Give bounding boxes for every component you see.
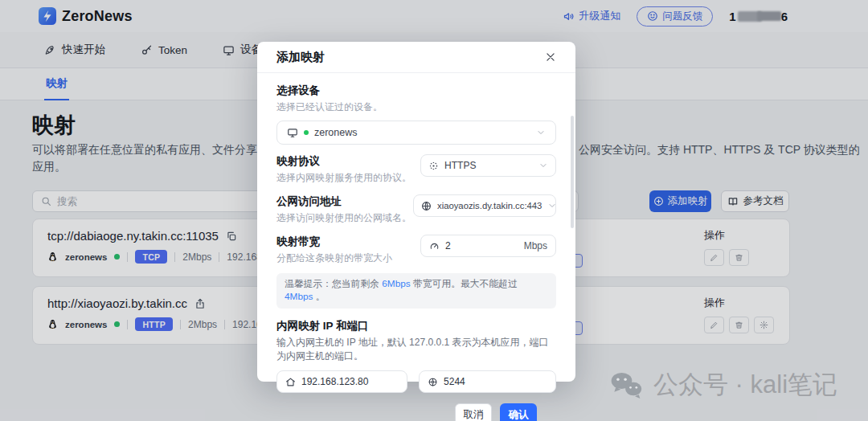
- monitor-icon: [287, 127, 298, 138]
- port-wheel-icon: [428, 377, 438, 387]
- home-icon: [285, 377, 296, 387]
- intranet-ip-input[interactable]: 192.168.123.80: [276, 370, 407, 393]
- protocol-help: 选择内网映射服务使用的协议。: [276, 171, 420, 185]
- bandwidth-input[interactable]: 2 Mbps: [420, 235, 556, 257]
- app-root: ZeroNews 升级通知 问题反馈 1 6 快速开始: [0, 0, 868, 421]
- modal-scrollbar[interactable]: [571, 116, 574, 228]
- chevron-down-icon: [547, 201, 557, 210]
- device-select[interactable]: zeronews: [276, 121, 556, 145]
- wechat-icon: [608, 370, 644, 400]
- bandwidth-hint: 温馨提示：您当前剩余 6Mbps 带宽可用。最大不能超过 4Mbps 。: [276, 273, 556, 309]
- hint-text: 温馨提示：您当前剩余: [285, 278, 382, 289]
- gauge-icon: [429, 241, 440, 251]
- intranet-help: 输入内网主机的 IP 地址，默认 127.0.0.1 表示为本机应用，端口为内网…: [276, 336, 556, 363]
- domain-help: 选择访问映射使用的公网域名。: [276, 211, 413, 225]
- confirm-button[interactable]: 确认: [500, 403, 537, 421]
- intranet-field: 内网映射 IP 和端口 输入内网主机的 IP 地址，默认 127.0.0.1 表…: [276, 319, 556, 393]
- bandwidth-input-value: 2: [445, 240, 451, 251]
- protocol-select-value: HTTPS: [444, 160, 476, 171]
- bandwidth-help: 分配给这条映射的带宽大小: [276, 251, 420, 265]
- close-button[interactable]: [545, 51, 556, 63]
- hint-text: 。: [313, 291, 325, 302]
- add-mapping-modal: 添加映射 选择设备 选择已经认证过的设备。 zeronews 映射协议 选择: [257, 42, 575, 382]
- modal-title: 添加映射: [276, 50, 325, 65]
- device-label: 选择设备: [276, 84, 556, 98]
- intranet-port-input[interactable]: 5244: [419, 370, 556, 393]
- device-select-value: zeronews: [314, 127, 358, 138]
- chevron-down-icon: [538, 161, 548, 170]
- globe-icon: [421, 201, 432, 211]
- watermark-text: 公众号 · kali笔记: [653, 368, 837, 402]
- watermark: 公众号 · kali笔记: [608, 368, 837, 402]
- intranet-port-value: 5244: [444, 376, 465, 387]
- device-field: 选择设备 选择已经认证过的设备。 zeronews: [276, 84, 556, 145]
- intranet-ip-value: 192.168.123.80: [301, 376, 368, 387]
- modal-footer: 取消 确认: [276, 393, 556, 421]
- hint-max-value: 4Mbps: [285, 291, 313, 302]
- domain-label: 公网访问地址: [276, 194, 413, 209]
- chevron-down-icon: [536, 128, 546, 137]
- hint-remaining-value: 6Mbps: [382, 278, 410, 289]
- domain-select[interactable]: xiaoyaozis.dy.takin.cc:443: [413, 194, 556, 217]
- hint-text: 带宽可用。最大不能超过: [411, 278, 518, 289]
- modal-header: 添加映射: [257, 42, 575, 73]
- modal-body: 选择设备 选择已经认证过的设备。 zeronews 映射协议 选择内网映射服务使…: [257, 73, 575, 421]
- close-icon: [545, 51, 556, 63]
- cancel-button[interactable]: 取消: [455, 403, 492, 421]
- device-help: 选择已经认证过的设备。: [276, 100, 556, 114]
- protocol-select[interactable]: HTTPS: [420, 154, 556, 177]
- domain-select-value: xiaoyaozis.dy.takin.cc:443: [437, 201, 542, 210]
- intranet-label: 内网映射 IP 和端口: [276, 319, 556, 333]
- bandwidth-field: 映射带宽 分配给这条映射的带宽大小 2 Mbps: [276, 235, 556, 265]
- bandwidth-label: 映射带宽: [276, 235, 420, 249]
- protocol-icon: [428, 161, 439, 171]
- protocol-field: 映射协议 选择内网映射服务使用的协议。 HTTPS: [276, 154, 556, 185]
- protocol-label: 映射协议: [276, 154, 420, 169]
- online-status-dot: [304, 130, 309, 135]
- domain-field: 公网访问地址 选择访问映射使用的公网域名。 xiaoyaozis.dy.taki…: [276, 194, 556, 225]
- bandwidth-unit: Mbps: [524, 240, 547, 251]
